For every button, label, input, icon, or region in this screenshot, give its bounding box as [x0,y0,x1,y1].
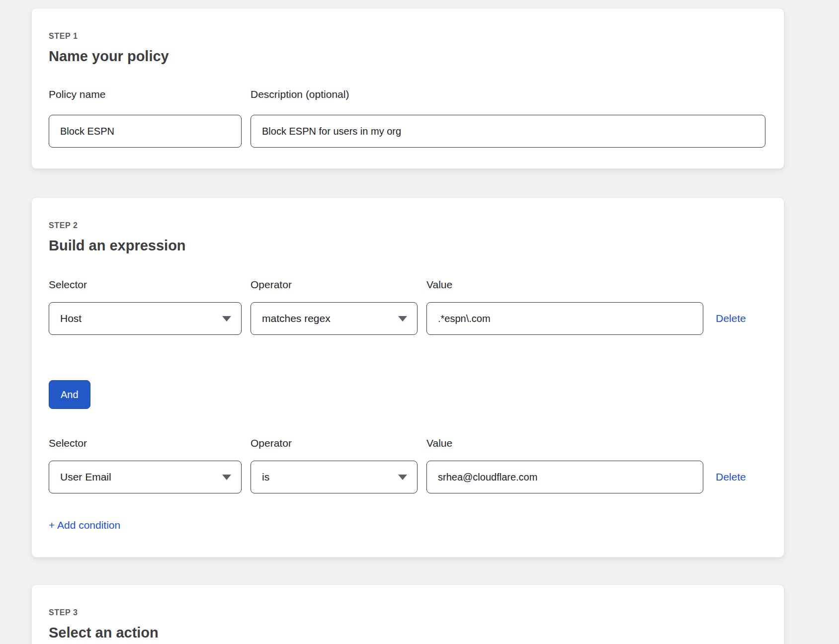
dropdown-arrow-icon [398,475,407,480]
policy-name-input[interactable] [49,115,242,148]
step1-title: Name your policy [49,47,767,65]
policy-builder-page: STEP 1 Name your policy Policy name Desc… [0,8,839,644]
delete-wrap: Delete [716,302,767,335]
step2-label: STEP 2 [49,221,767,231]
description-field: Description (optional) [251,88,765,148]
operator-select-value: matches regex [262,313,331,324]
condition-row: Selector Host Operator matches regex Val… [49,278,767,335]
value-field: Value [426,278,703,335]
step1-card: STEP 1 Name your policy Policy name Desc… [31,8,784,169]
selector-select-value: User Email [60,471,111,483]
operator-select[interactable]: is [251,461,418,493]
policy-name-field: Policy name [49,88,242,148]
step2-title: Build an expression [49,237,767,254]
delete-wrap: Delete [716,461,767,493]
selector-field: Selector User Email [49,437,242,493]
description-label: Description (optional) [251,88,765,101]
selector-select[interactable]: Host [49,302,242,335]
operator-select[interactable]: matches regex [251,302,418,335]
policy-name-label: Policy name [49,88,242,101]
step2-card: STEP 2 Build an expression Selector Host… [31,197,784,558]
add-condition-link[interactable]: + Add condition [49,518,120,532]
and-button[interactable]: And [49,380,90,409]
selector-select-value: Host [60,313,82,324]
dropdown-arrow-icon [398,316,407,322]
description-input[interactable] [251,115,765,148]
value-label: Value [426,278,703,291]
selector-select[interactable]: User Email [49,461,242,493]
step3-title: Select an action [49,624,767,642]
operator-field: Operator is [251,437,418,493]
selector-label: Selector [49,278,242,291]
operator-label: Operator [251,278,418,291]
step3-card: STEP 3 Select an action [31,584,784,644]
operator-select-value: is [262,471,269,483]
delete-button[interactable]: Delete [716,471,746,483]
operator-label: Operator [251,437,418,450]
selector-field: Selector Host [49,278,242,335]
step1-label: STEP 1 [49,31,767,41]
condition-row: Selector User Email Operator is Value De… [49,437,767,493]
step3-label: STEP 3 [49,608,767,618]
value-input[interactable] [426,461,703,493]
value-field: Value [426,437,703,493]
operator-field: Operator matches regex [251,278,418,335]
dropdown-arrow-icon [222,316,231,322]
value-input[interactable] [426,302,703,335]
value-label: Value [426,437,703,450]
step1-fields: Policy name Description (optional) [49,88,767,148]
selector-label: Selector [49,437,242,450]
dropdown-arrow-icon [222,475,231,480]
delete-button[interactable]: Delete [716,313,746,324]
